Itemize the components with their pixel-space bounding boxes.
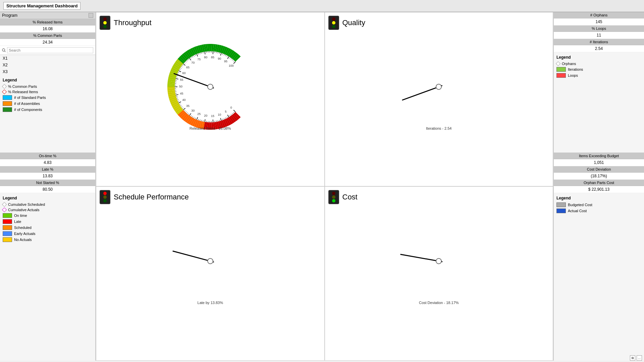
- svg-line-85: [188, 59, 189, 60]
- quality-gauge-label: Iterations - 2.54: [426, 126, 451, 130]
- loops-box: [556, 73, 566, 78]
- throughput-header: Throughput: [100, 16, 152, 30]
- right-top-legend-title: Legend: [556, 55, 641, 60]
- sched-legend-label-2: On time: [14, 214, 27, 218]
- svg-line-72: [177, 74, 178, 74]
- legend-label-2: # of Standard Parts: [14, 96, 46, 100]
- search-icon: [2, 48, 6, 52]
- svg-line-114: [225, 55, 226, 56]
- svg-line-78: [181, 66, 182, 67]
- schedule-quadrant: Schedule Performance Late by 13.83%: [96, 186, 325, 361]
- right-bottom-legend-title: Legend: [556, 196, 641, 200]
- quality-header: Quality: [328, 16, 365, 30]
- tl-yellow: [332, 195, 335, 199]
- tl-green: [332, 199, 335, 202]
- legend-item-4: # of Components: [3, 107, 93, 112]
- svg-line-67: [175, 80, 177, 80]
- svg-line-88: [191, 57, 192, 58]
- svg-line-48: [180, 105, 181, 106]
- minimize-button[interactable]: [89, 13, 93, 18]
- svg-line-108: [218, 52, 218, 54]
- rb-legend-label-0: Budgeted Cost: [568, 203, 592, 207]
- released-value: 16.08: [0, 25, 95, 33]
- svg-text:55: 55: [180, 78, 183, 81]
- rt-legend-label-0: Orphans: [562, 62, 576, 66]
- svg-line-86: [189, 58, 191, 60]
- program-label: Program: [2, 13, 17, 18]
- svg-line-121: [233, 61, 234, 62]
- budget-label: Items Exceeding Budget: [554, 153, 644, 159]
- left-panel-top: Program % Released Items16.08% Common Pa…: [0, 12, 95, 153]
- rt-legend-label-2: Loops: [568, 73, 578, 77]
- ontime-label: On-time %: [0, 153, 95, 159]
- svg-line-29: [201, 120, 202, 121]
- svg-line-12: [224, 118, 224, 120]
- no-actuals-box: [3, 237, 12, 242]
- search-input[interactable]: [7, 47, 93, 53]
- tl-green: [332, 25, 335, 28]
- quality-quadrant: Quality Iterations - 2.54: [325, 12, 553, 186]
- left-panel-bottom: On-time % 4.83 Late % 13.83 Not Started …: [0, 153, 95, 361]
- loops-label: % Loops: [554, 25, 644, 32]
- svg-line-54: [176, 98, 178, 98]
- orphans-value: 145: [554, 18, 644, 25]
- svg-text:30: 30: [191, 109, 195, 112]
- rt-legend-1: Iterations: [556, 67, 641, 72]
- svg-line-96: [201, 52, 202, 54]
- cost-gauge: Cost Deviation - 18.17%: [385, 207, 492, 315]
- svg-text:65: 65: [186, 66, 190, 69]
- svg-line-14: [220, 118, 221, 121]
- sched-legend-label-3: Late: [14, 220, 21, 224]
- right-panel: # Orphans 145 % Loops 11 # Iterations 2.…: [553, 12, 644, 361]
- tl-yellow: [103, 195, 107, 199]
- svg-line-97: [203, 52, 203, 53]
- rb-legend-0: Budgeted Cost: [556, 202, 641, 207]
- right-top-legend: Legend Orphans Iterations Loops: [554, 52, 644, 82]
- left-panel: Program % Released Items16.08% Common Pa…: [0, 12, 96, 361]
- svg-line-119: [231, 58, 231, 59]
- svg-line-94: [198, 53, 199, 55]
- tl-green: [103, 25, 107, 28]
- svg-line-34: [195, 118, 196, 119]
- svg-line-4: [233, 112, 234, 113]
- standard-parts-box: [3, 95, 12, 100]
- search-bar[interactable]: [0, 46, 95, 55]
- svg-line-104: [213, 51, 213, 54]
- svg-line-110: [220, 53, 221, 56]
- tree-item-x1[interactable]: X1: [0, 55, 95, 62]
- svg-line-38: [189, 113, 191, 115]
- app-title: Structure Management Dashboard: [3, 2, 80, 10]
- throughput-gauge-svg: 0510152025303540455055606570758085909510…: [157, 33, 264, 134]
- main-container: Program % Released Items16.08% Common Pa…: [0, 12, 644, 361]
- tree-item-x2[interactable]: X2: [0, 62, 95, 68]
- svg-line-73: [178, 72, 179, 73]
- orphans-label: # Orphans: [554, 12, 644, 18]
- svg-line-28: [203, 120, 203, 122]
- assemblies-box: [3, 101, 12, 106]
- svg-line-98: [205, 52, 205, 54]
- svg-text:20: 20: [204, 114, 207, 117]
- components-box: [3, 107, 12, 112]
- svg-text:80: 80: [204, 56, 207, 59]
- sched-legend-label-5: Early Actuals: [14, 232, 36, 236]
- svg-line-30: [200, 119, 200, 121]
- tl-yellow: [103, 21, 107, 24]
- svg-line-84: [187, 60, 188, 61]
- svg-line-7: [229, 115, 230, 116]
- svg-line-5: [232, 113, 233, 114]
- more-icon[interactable]: …: [637, 355, 642, 361]
- released-items-diamond: [2, 89, 7, 94]
- budget-value: 1,051: [554, 159, 644, 166]
- svg-line-59: [175, 92, 176, 92]
- tree-item-x3[interactable]: X3: [0, 68, 95, 75]
- right-panel-top: # Orphans 145 % Loops 11 # Iterations 2.…: [554, 12, 644, 153]
- svg-line-43: [184, 110, 185, 111]
- orphans-diamond: [556, 61, 560, 66]
- copy-icon[interactable]: ⧉: [630, 355, 635, 361]
- svg-text:10: 10: [218, 113, 221, 116]
- cumulative-sched-diamond: [2, 202, 7, 207]
- svg-text:100: 100: [228, 64, 233, 67]
- sched-legend-1: Cumulative Actuals: [3, 208, 93, 212]
- svg-line-20: [213, 120, 213, 122]
- sched-legend-label-6: No Actuals: [14, 238, 32, 242]
